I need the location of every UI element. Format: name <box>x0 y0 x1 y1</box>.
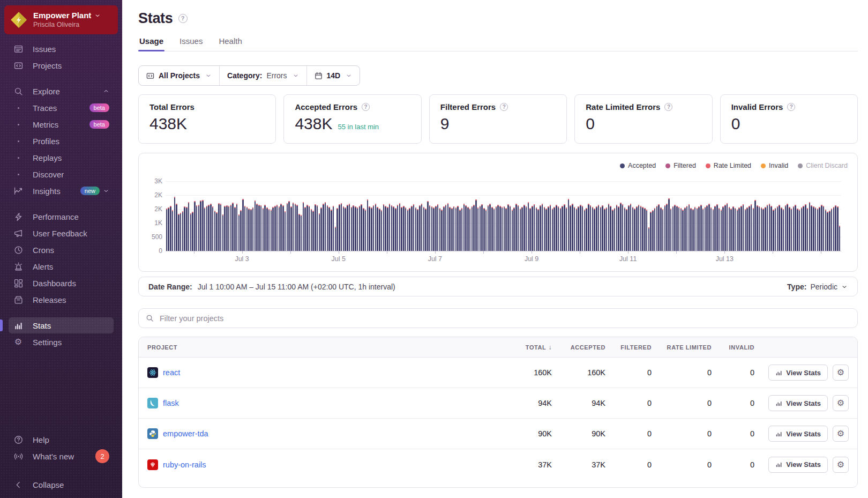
rate-limited-cap <box>658 204 659 205</box>
rate-limited-cap <box>343 206 344 207</box>
project-settings-button[interactable]: ⚙ <box>833 457 849 473</box>
card-value: 0 <box>731 115 740 133</box>
sidebar-item-performance[interactable]: Performance <box>9 209 114 225</box>
sidebar-item-user-feedback[interactable]: User Feedback <box>9 225 114 241</box>
card-title-row: Accepted Errors? <box>295 102 410 112</box>
rate-limited-cap <box>722 206 723 207</box>
rate-limited-cap <box>226 205 227 206</box>
chart-bar <box>282 205 283 251</box>
type-selector[interactable]: Type: Periodic <box>787 283 848 291</box>
tab-issues[interactable]: Issues <box>178 36 204 51</box>
date-range-selector[interactable]: 14D <box>306 66 360 85</box>
tab-health[interactable]: Health <box>218 36 243 51</box>
legend-item-accepted[interactable]: Accepted <box>620 162 656 169</box>
rate-limited-cap <box>447 203 448 204</box>
view-stats-button[interactable]: View Stats <box>768 395 828 411</box>
legend-item-client-discard[interactable]: Client Discard <box>798 162 848 169</box>
collapse-button[interactable]: Collapse <box>9 477 114 493</box>
nav-group: Stats⚙Settings <box>9 317 114 350</box>
sidebar-item-insights[interactable]: Insightsnew <box>9 183 114 199</box>
chart-bar <box>512 210 513 251</box>
project-selector[interactable]: All Projects <box>139 66 219 85</box>
nav-group: ExploreTracesbetaMetricsbetaProfilesRepl… <box>9 83 114 199</box>
sidebar-item-help[interactable]: Help <box>9 432 114 448</box>
project-settings-button[interactable]: ⚙ <box>833 395 849 411</box>
chart-bar <box>590 205 591 251</box>
sidebar-item-dashboards[interactable]: Dashboards <box>9 275 114 291</box>
view-stats-button[interactable]: View Stats <box>768 426 828 442</box>
legend-item-rate-limited[interactable]: Rate Limited <box>706 162 751 169</box>
rate-limited-cap <box>630 204 631 205</box>
sidebar-item-what-s-new[interactable]: What's new2 <box>9 448 114 464</box>
column-header-filtered[interactable]: FILTERED <box>605 344 652 351</box>
sidebar-item-discover[interactable]: Discover <box>9 166 114 182</box>
chart-bar <box>835 205 836 251</box>
sidebar-item-explore[interactable]: Explore <box>9 83 114 99</box>
legend-item-filtered[interactable]: Filtered <box>665 162 696 169</box>
x-axis-label: Jul 11 <box>619 255 637 263</box>
column-header-accepted[interactable]: ACCEPTED <box>552 344 605 351</box>
chart-bar <box>312 211 313 251</box>
rate-limited-cap <box>540 205 541 206</box>
column-header-project[interactable]: PROJECT <box>147 344 503 351</box>
row-actions: View Stats⚙ <box>754 426 849 442</box>
rate-limited-cap <box>646 210 647 211</box>
rate-limited-cap <box>827 212 828 213</box>
rate-limited-cap <box>351 207 352 208</box>
sidebar-item-settings[interactable]: ⚙Settings <box>9 334 114 350</box>
sidebar-item-traces[interactable]: Tracesbeta <box>9 100 114 116</box>
column-header-total[interactable]: TOTAL ↓ <box>503 344 552 351</box>
legend-label: Accepted <box>628 162 656 169</box>
sidebar-item-alerts[interactable]: Alerts <box>9 258 114 274</box>
project-link[interactable]: flask <box>163 399 179 407</box>
beta-badge: beta <box>89 120 109 129</box>
sidebar-item-stats[interactable]: Stats <box>9 317 114 333</box>
column-header-invalid[interactable]: INVALID <box>712 344 754 351</box>
rate-limited-cap <box>735 208 736 209</box>
chart-bar <box>791 209 792 251</box>
sidebar-item-metrics[interactable]: Metricsbeta <box>9 116 114 132</box>
chart-bar <box>624 207 625 251</box>
sidebar-item-crons[interactable]: Crons <box>9 242 114 258</box>
project-settings-button[interactable]: ⚙ <box>833 426 849 442</box>
rate-limited-cap <box>528 202 529 203</box>
rate-limited-cap <box>831 209 832 210</box>
rate-limited-cap <box>467 207 468 208</box>
chart-bar <box>594 209 595 251</box>
page-help-icon[interactable]: ? <box>178 14 188 23</box>
project-link[interactable]: react <box>163 368 180 377</box>
sidebar-item-releases[interactable]: Releases <box>9 292 114 308</box>
chart-bar <box>457 206 458 251</box>
chart-bar <box>373 205 374 251</box>
help-icon[interactable]: ? <box>664 103 672 111</box>
org-switcher[interactable]: Empower Plant Priscila Oliveira <box>4 5 118 34</box>
help-icon[interactable]: ? <box>362 103 370 111</box>
project-cell: ruby-on-rails <box>147 459 503 470</box>
sidebar-item-label: Help <box>33 435 49 444</box>
rate-limited-cap <box>644 208 645 209</box>
project-link[interactable]: empower-tda <box>163 429 208 438</box>
chart-bar <box>336 208 338 251</box>
help-icon[interactable]: ? <box>787 103 795 111</box>
column-header-rate-limited[interactable]: RATE LIMITED <box>652 344 712 351</box>
chart-bar <box>453 206 454 251</box>
legend-dot <box>620 163 625 168</box>
project-filter-input[interactable] <box>159 314 850 323</box>
view-stats-button[interactable]: View Stats <box>768 365 828 381</box>
sidebar-item-issues[interactable]: Issues <box>9 41 114 57</box>
chart-bar <box>536 207 537 251</box>
project-settings-button[interactable]: ⚙ <box>833 365 849 381</box>
sidebar-item-replays[interactable]: Replays <box>9 150 114 166</box>
help-icon[interactable]: ? <box>500 103 508 111</box>
project-link[interactable]: ruby-on-rails <box>163 460 206 469</box>
sidebar-item-projects[interactable]: Projects <box>9 57 114 73</box>
sidebar-item-profiles[interactable]: Profiles <box>9 133 114 149</box>
view-stats-button[interactable]: View Stats <box>768 457 828 473</box>
chart-bar <box>363 208 364 251</box>
legend-item-invalid[interactable]: Invalid <box>761 162 788 169</box>
rate-limited-cap <box>738 207 739 209</box>
tab-usage[interactable]: Usage <box>138 36 164 51</box>
chart-bar <box>521 207 522 251</box>
chart-bar <box>721 210 722 251</box>
category-selector[interactable]: Category: Errors <box>219 66 306 85</box>
